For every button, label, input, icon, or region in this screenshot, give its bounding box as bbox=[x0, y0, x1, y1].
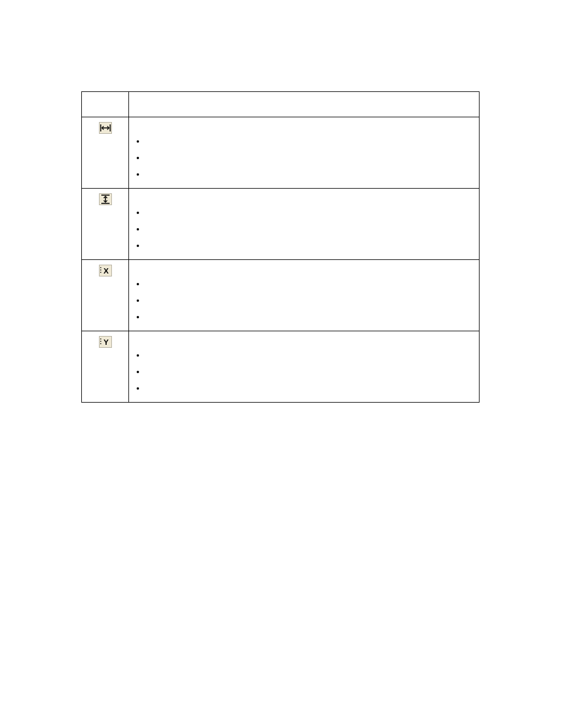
table-row bbox=[82, 117, 480, 189]
toolbar-reference-table: X bbox=[81, 91, 480, 403]
bullet-list bbox=[146, 133, 473, 182]
bullet-item bbox=[146, 308, 473, 325]
bullet-item bbox=[146, 149, 473, 166]
table-row: X bbox=[82, 260, 480, 331]
bullet-item bbox=[146, 220, 473, 237]
col-header-icon bbox=[82, 92, 129, 117]
bullet-list bbox=[146, 204, 473, 253]
desc-cell bbox=[129, 117, 480, 189]
svg-text:X: X bbox=[103, 266, 108, 275]
bullet-item bbox=[146, 292, 473, 308]
icon-cell: Y bbox=[82, 331, 129, 403]
row-lead bbox=[135, 193, 473, 202]
table-row: Y bbox=[82, 331, 480, 403]
icon-cell: X bbox=[82, 260, 129, 331]
set-x-icon: X bbox=[99, 265, 112, 276]
table-row bbox=[82, 189, 480, 260]
row-lead bbox=[135, 122, 473, 130]
bullet-item bbox=[146, 204, 473, 220]
bullet-item bbox=[146, 237, 473, 253]
col-header-desc bbox=[129, 92, 480, 117]
set-y-icon: Y bbox=[99, 336, 112, 348]
bullet-item bbox=[146, 380, 473, 396]
table-header-row bbox=[82, 92, 480, 117]
bullet-item bbox=[146, 347, 473, 363]
bullet-item bbox=[146, 133, 473, 149]
fit-vertical-icon bbox=[99, 193, 112, 205]
bullet-item bbox=[146, 166, 473, 182]
desc-cell bbox=[129, 260, 480, 331]
fit-horizontal-icon bbox=[99, 122, 112, 134]
bullet-list bbox=[146, 347, 473, 396]
row-lead bbox=[135, 336, 473, 344]
bullet-item bbox=[146, 275, 473, 292]
icon-cell bbox=[82, 117, 129, 189]
bullet-item bbox=[146, 363, 473, 380]
icon-cell bbox=[82, 189, 129, 260]
desc-cell bbox=[129, 189, 480, 260]
row-lead bbox=[135, 265, 473, 273]
svg-text:Y: Y bbox=[103, 338, 108, 347]
bullet-list bbox=[146, 275, 473, 325]
page: X bbox=[0, 0, 562, 728]
desc-cell bbox=[129, 331, 480, 403]
